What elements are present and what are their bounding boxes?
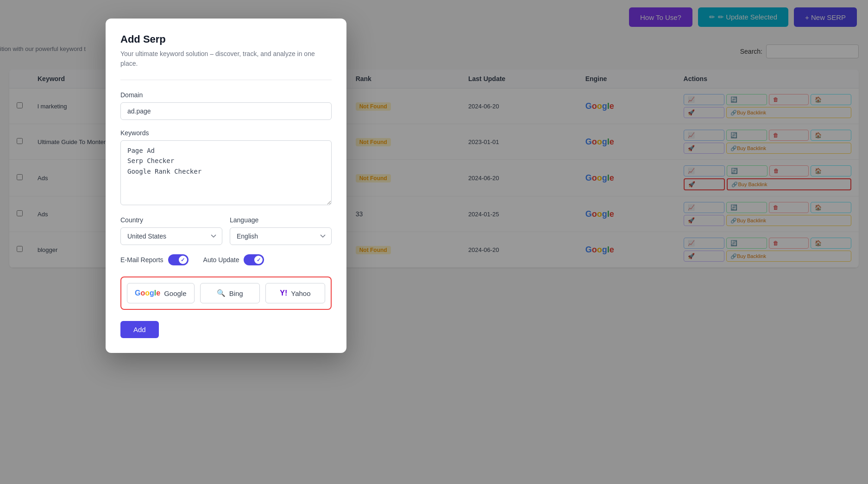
language-select[interactable]: English (230, 227, 332, 245)
country-select[interactable]: United States (120, 227, 222, 245)
email-reports-toggle[interactable]: ✓ (168, 254, 189, 265)
language-col: Language English (230, 216, 332, 245)
google-engine-button[interactable]: Google Google (127, 283, 195, 303)
country-language-row: Country United States Language English (120, 216, 332, 245)
modal-subtitle: Your ultimate keyword solution – discove… (120, 49, 332, 69)
keywords-textarea[interactable]: Page Ad Serp Checker Google Rank Checker (120, 140, 332, 205)
yahoo-label: Yahoo (291, 289, 310, 297)
engine-selection: Google Google 🔍 Bing Y! Yahoo (120, 277, 332, 310)
modal-divider (120, 80, 332, 80)
add-serp-modal: Add Serp Your ultimate keyword solution … (106, 19, 346, 353)
bing-engine-button[interactable]: 🔍 Bing (200, 283, 260, 303)
auto-update-group: Auto Update ✓ (203, 254, 264, 265)
toggles-row: E-Mail Reports ✓ Auto Update ✓ (120, 254, 332, 265)
yahoo-engine-button[interactable]: Y! Yahoo (265, 283, 325, 303)
country-col: Country United States (120, 216, 222, 245)
language-label: Language (230, 216, 332, 224)
domain-input[interactable] (120, 102, 332, 120)
google-label: Google (164, 289, 186, 297)
email-reports-knob: ✓ (179, 256, 187, 264)
auto-update-toggle[interactable]: ✓ (244, 254, 264, 265)
email-reports-label: E-Mail Reports (120, 256, 164, 264)
google-icon: Google (135, 289, 160, 297)
email-reports-group: E-Mail Reports ✓ (120, 254, 189, 265)
yahoo-icon: Y! (280, 289, 287, 297)
bing-label: Bing (229, 289, 243, 297)
bing-search-icon: 🔍 (217, 289, 226, 297)
country-label: Country (120, 216, 222, 224)
add-button[interactable]: Add (120, 321, 159, 338)
auto-update-knob: ✓ (254, 256, 263, 264)
domain-label: Domain (120, 91, 332, 99)
auto-update-label: Auto Update (203, 256, 239, 264)
modal-title: Add Serp (120, 33, 332, 45)
keywords-label: Keywords (120, 129, 332, 137)
